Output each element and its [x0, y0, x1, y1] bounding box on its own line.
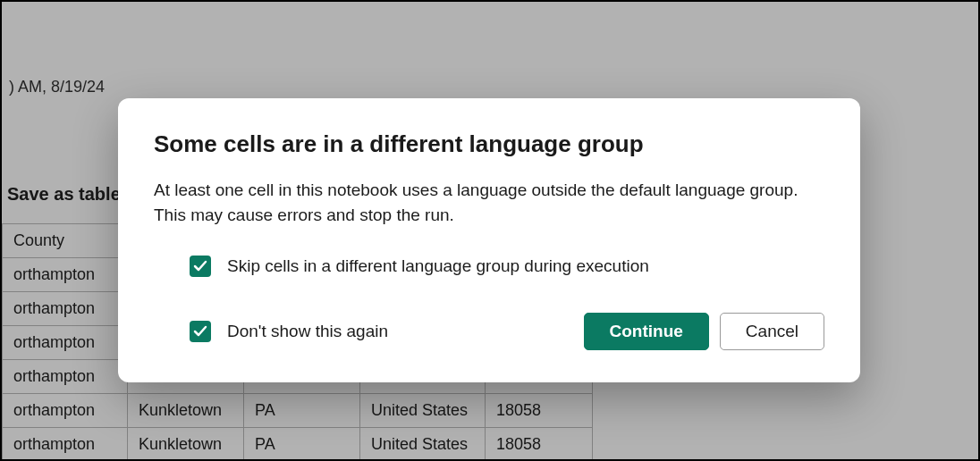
dont-show-checkbox-row[interactable]: Don't show this again [190, 321, 388, 342]
dialog-body-text: At least one cell in this notebook uses … [154, 178, 824, 227]
check-icon [193, 324, 207, 339]
continue-button[interactable]: Continue [584, 313, 709, 350]
skip-cells-label: Skip cells in a different language group… [227, 256, 649, 276]
skip-cells-checkbox-row[interactable]: Skip cells in a different language group… [190, 256, 824, 277]
dialog-button-group: Continue Cancel [584, 313, 824, 350]
cancel-button[interactable]: Cancel [720, 313, 824, 350]
dont-show-label: Don't show this again [227, 322, 388, 341]
checkbox-checked-icon[interactable] [190, 256, 211, 277]
check-icon [193, 259, 207, 273]
dialog-title: Some cells are in a different language g… [154, 130, 824, 158]
checkbox-checked-icon[interactable] [190, 321, 211, 342]
language-group-dialog: Some cells are in a different language g… [118, 98, 860, 382]
